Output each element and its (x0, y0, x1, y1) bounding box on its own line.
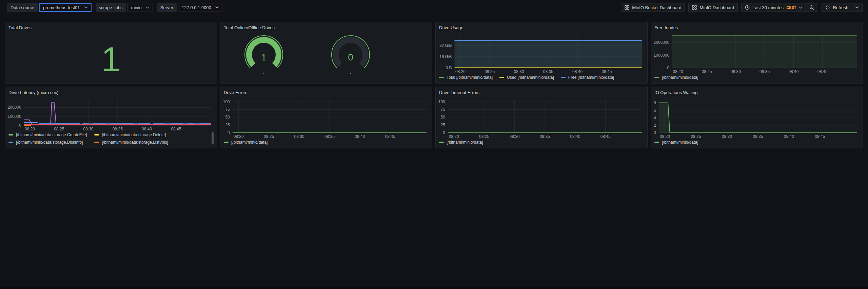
panel-drive-usage: Drive Usage08:2008:2508:3008:3508:4008:4… (435, 22, 648, 84)
legend-item[interactable]: [/bitnami/minio/data:storage.Delete] (94, 132, 168, 137)
legend-item[interactable]: [/bitnami/minio/data:storage.DiskInfo] (8, 140, 87, 145)
svg-text:0: 0 (667, 66, 670, 70)
svg-text:08:35: 08:35 (753, 134, 763, 139)
panel-title[interactable]: Drive Errors (220, 87, 432, 97)
scrape-jobs-select[interactable]: minio (127, 3, 153, 12)
legend-label: [/bitnami/minio/data] (231, 140, 268, 145)
gauge[interactable]: 1. (242, 35, 286, 76)
svg-text:08:45: 08:45 (601, 69, 612, 74)
refresh-button[interactable]: Refresh (822, 3, 852, 12)
panel-title[interactable]: Total Drives (5, 22, 217, 32)
svg-text:1000000: 1000000 (653, 53, 669, 58)
chart-plot[interactable]: 08:2008:2508:3008:3508:4008:450100000020… (653, 32, 860, 75)
svg-text:08:25: 08:25 (479, 134, 489, 139)
panel-title[interactable]: Free Inodes (651, 22, 863, 32)
svg-text:16 GiB: 16 GiB (439, 54, 452, 59)
svg-text:2: 2 (654, 123, 656, 128)
legend-swatch (654, 142, 659, 143)
panel-title[interactable]: IO Operations Waiting (651, 87, 863, 97)
legend-item[interactable]: [/bitnami/minio/data] (654, 75, 698, 80)
svg-text:08:20: 08:20 (660, 134, 670, 139)
legend-scrollbar[interactable] (211, 132, 214, 145)
legend-item[interactable]: [/bitnami/minio/data] (224, 140, 268, 145)
minio-bucket-dashboard-button[interactable]: MinIO Bucket Dashboard (621, 3, 685, 12)
panel-io-operations-waiting: IO Operations Waiting08:2008:2508:3008:3… (651, 87, 863, 148)
legend-label: [/bitnami/minio/data] (662, 140, 698, 145)
svg-text:50: 50 (225, 115, 230, 120)
refresh-group: Refresh (822, 3, 863, 12)
minio-dashboard-button[interactable]: MinIO Dashboard (688, 3, 738, 12)
gauge-svg: 0. (329, 35, 373, 76)
legend-label: [/bitnami/minio/data:storage.Delete] (102, 132, 166, 137)
legend-item[interactable]: [/bitnami/minio/data] (654, 140, 698, 145)
chart-plot[interactable]: 08:2008:2508:3008:3508:4008:450100000200… (7, 97, 214, 132)
svg-text:08:45: 08:45 (600, 134, 611, 139)
zoom-out-button[interactable] (806, 3, 818, 12)
refresh-interval-dropdown[interactable] (852, 3, 863, 12)
chart-plot[interactable]: 08:2008:2508:3008:3508:4008:450255075100 (222, 97, 429, 140)
timeseries-svg: 08:2008:2508:3008:3508:4008:450255075100 (438, 97, 645, 140)
variable-data-source-label: Data source (7, 3, 38, 12)
time-range-picker[interactable]: Last 30 minutes CEST (741, 3, 806, 12)
legend-scrollbar-thumb[interactable] (212, 132, 214, 144)
svg-text:0 B: 0 B (446, 66, 452, 70)
legend-label: Used [/bitnami/minio/data] (507, 75, 554, 80)
svg-text:08:40: 08:40 (788, 69, 798, 74)
timeseries-svg: 08:2008:2508:3008:3508:4008:450255075100 (222, 97, 429, 140)
chart-legend-list: [/bitnami/minio/data] (439, 140, 644, 145)
data-source-select[interactable]: prometheus-test01 (39, 3, 91, 12)
legend-swatch (94, 142, 99, 143)
svg-text:08:40: 08:40 (784, 134, 794, 139)
dashboard-toolbar: Data source prometheus-test01 scrape_job… (0, 0, 868, 12)
chart-legend-list: Total [/bitnami/minio/data]Used [/bitnam… (439, 75, 644, 80)
legend-item[interactable]: Free [/bitnami/minio/data] (561, 75, 614, 80)
svg-text:08:40: 08:40 (570, 134, 580, 139)
legend-swatch (8, 142, 13, 143)
chart-plot[interactable]: 08:2008:2508:3008:3508:4008:4502468 (653, 97, 860, 140)
panel-title[interactable]: Total Online/Offline Drives (220, 22, 432, 32)
svg-text:08:20: 08:20 (234, 134, 244, 139)
legend-swatch (439, 142, 444, 143)
variable-data-source: Data source prometheus-test01 (7, 3, 92, 12)
panel-body: 1 (5, 32, 217, 83)
chart-plot[interactable]: 08:2008:2508:3008:3508:4008:450 B16 GiB3… (438, 32, 645, 75)
panel-title[interactable]: Drive Latency (micro sec) (5, 87, 217, 97)
gauge-value: 1 (261, 52, 267, 62)
legend-item[interactable]: Total [/bitnami/minio/data] (439, 75, 493, 80)
gauge-svg: 1. (242, 35, 286, 76)
legend-item[interactable]: [/bitnami/minio/data:storage.CreateFile] (8, 132, 87, 137)
legend-swatch (94, 134, 99, 136)
server-select[interactable]: 127.0.0.1:9000 (178, 3, 222, 12)
svg-text:8: 8 (654, 101, 656, 105)
svg-text:6: 6 (654, 108, 656, 113)
variable-scrape-jobs: scrape_jobs minio (96, 3, 153, 12)
panel-total-drives: Total Drives1 (5, 22, 217, 84)
gauge[interactable]: 0. (329, 35, 373, 76)
timeseries-svg: 08:2008:2508:3008:3508:4008:450 B16 GiB3… (438, 32, 645, 75)
refresh-icon (825, 5, 830, 10)
chart-plot[interactable]: 08:2008:2508:3008:3508:4008:450255075100 (438, 97, 645, 140)
svg-text:08:45: 08:45 (815, 134, 825, 139)
panel-title[interactable]: Drive Usage (436, 22, 647, 32)
panel-body: 1.0. (220, 32, 432, 83)
svg-text:0: 0 (654, 130, 656, 135)
svg-text:08:30: 08:30 (83, 127, 93, 131)
svg-text:08:35: 08:35 (324, 134, 335, 139)
legend-swatch (224, 142, 229, 143)
svg-text:08:40: 08:40 (355, 134, 365, 139)
chart-legend-list: [/bitnami/minio/data] (654, 140, 859, 145)
variable-server: Server 127.0.0.1:9000 (157, 3, 222, 12)
panel-title[interactable]: Drive Timeout Errors (436, 87, 647, 97)
dashboard-grid: Total Drives1Total Online/Offline Drives… (0, 22, 868, 148)
svg-text:08:35: 08:35 (540, 134, 550, 139)
panel-total-online-offline-drives: Total Online/Offline Drives1.0. (220, 22, 432, 84)
svg-text:08:30: 08:30 (514, 69, 524, 74)
chevron-down-icon (146, 6, 149, 8)
legend-item[interactable]: Used [/bitnami/minio/data] (499, 75, 554, 80)
svg-text:08:25: 08:25 (702, 69, 712, 74)
chart-legend: [/bitnami/minio/data] (653, 140, 860, 147)
svg-text:08:30: 08:30 (722, 134, 732, 139)
svg-text:100000: 100000 (8, 114, 21, 119)
legend-item[interactable]: [/bitnami/minio/data] (439, 140, 483, 145)
legend-item[interactable]: [/bitnami/minio/data:storage.ListVols] (94, 140, 168, 145)
